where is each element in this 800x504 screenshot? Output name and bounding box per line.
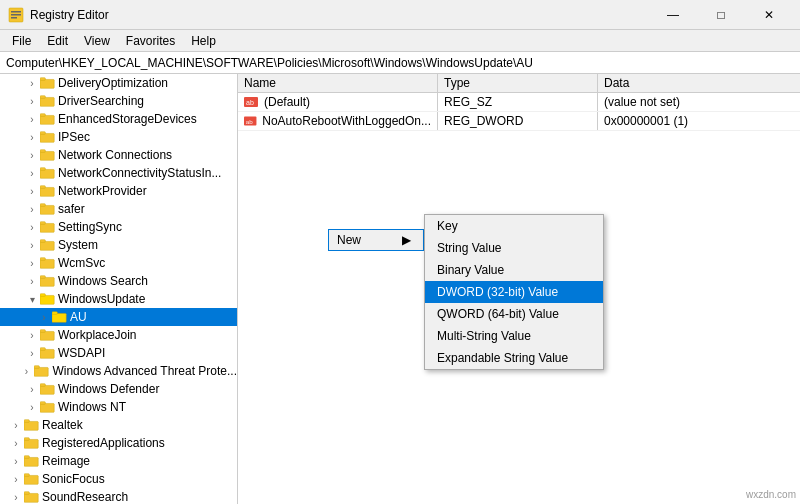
tree-item[interactable]: › safer (0, 200, 237, 218)
tree-item[interactable]: › RegisteredApplications (0, 434, 237, 452)
tree-label: DriverSearching (58, 94, 144, 108)
tree-item[interactable]: › Realtek (0, 416, 237, 434)
folder-icon (40, 256, 56, 270)
svg-rect-18 (40, 205, 54, 214)
app-title: Registry Editor (30, 8, 109, 22)
tree-item[interactable]: › SonicFocus (0, 470, 237, 488)
tree-collapse-arrow: › (24, 222, 40, 233)
tree-item[interactable]: › DriverSearching (0, 92, 237, 110)
value-name-cell: ab (Default) (238, 93, 438, 111)
tree-label: Realtek (42, 418, 83, 432)
svg-rect-10 (40, 133, 54, 142)
svg-rect-30 (52, 313, 66, 322)
menu-help[interactable]: Help (183, 32, 224, 50)
folder-icon (40, 184, 56, 198)
submenu-item[interactable]: Multi-String Value (425, 325, 603, 347)
svg-rect-50 (24, 493, 38, 502)
menu-view[interactable]: View (76, 32, 118, 50)
submenu-item[interactable]: Key (425, 215, 603, 237)
svg-rect-39 (40, 384, 45, 387)
folder-icon (52, 310, 68, 324)
table-row[interactable]: ab NoAutoRebootWithLoggedOn... REG_DWORD… (238, 112, 800, 131)
column-type: Type (438, 74, 598, 92)
tree-item[interactable]: › WcmSvc (0, 254, 237, 272)
tree-item[interactable]: › WSDAPI (0, 344, 237, 362)
tree-item[interactable]: › SettingSync (0, 218, 237, 236)
tree-label: SoundResearch (42, 490, 128, 504)
svg-rect-27 (40, 276, 45, 279)
tree-label: EnhancedStorageDevices (58, 112, 197, 126)
tree-collapse-arrow: › (24, 132, 40, 143)
tree-item[interactable]: › Windows NT (0, 398, 237, 416)
title-bar-left: Registry Editor (8, 7, 109, 23)
window-controls: — □ ✕ (650, 5, 792, 25)
close-button[interactable]: ✕ (746, 5, 792, 25)
tree-collapse-arrow: › (8, 456, 24, 467)
main-content: › DeliveryOptimization› DriverSearching›… (0, 74, 800, 504)
tree-collapse-arrow: › (24, 402, 40, 413)
folder-icon (40, 346, 56, 360)
folder-icon (40, 292, 56, 306)
context-submenu[interactable]: KeyString ValueBinary ValueDWORD (32-bit… (424, 214, 604, 370)
submenu-item[interactable]: String Value (425, 237, 603, 259)
menu-favorites[interactable]: Favorites (118, 32, 183, 50)
tree-label: NetworkConnectivityStatusIn... (58, 166, 221, 180)
svg-rect-24 (40, 259, 54, 268)
tree-collapse-arrow: › (24, 276, 40, 287)
tree-item[interactable]: › WorkplaceJoin (0, 326, 237, 344)
tree-label: Reimage (42, 454, 90, 468)
table-header: Name Type Data (238, 74, 800, 93)
svg-rect-37 (34, 366, 39, 369)
submenu-item[interactable]: Binary Value (425, 259, 603, 281)
tree-item[interactable]: › System (0, 236, 237, 254)
tree-item[interactable]: › NetworkConnectivityStatusIn... (0, 164, 237, 182)
tree-collapse-arrow: › (24, 204, 40, 215)
value-name: NoAutoRebootWithLoggedOn... (262, 114, 431, 128)
tree-item[interactable]: › Windows Advanced Threat Prote... (0, 362, 237, 380)
menu-file[interactable]: File (4, 32, 39, 50)
folder-icon (40, 382, 56, 396)
tree-item[interactable]: › Network Connections (0, 146, 237, 164)
tree-item[interactable]: › DeliveryOptimization (0, 74, 237, 92)
tree-item[interactable]: › IPSec (0, 128, 237, 146)
context-new-button[interactable]: New ▶ (328, 229, 424, 251)
watermark: wxzdn.com (746, 489, 796, 500)
folder-icon (40, 76, 56, 90)
svg-rect-35 (40, 348, 45, 351)
registry-values-panel: Name Type Data ab (Default) REG_SZ (valu… (238, 74, 800, 504)
maximize-button[interactable]: □ (698, 5, 744, 25)
folder-icon (40, 202, 56, 216)
svg-rect-4 (40, 79, 54, 88)
folder-icon (40, 220, 56, 234)
tree-item[interactable]: ▾ WindowsUpdate (0, 290, 237, 308)
folder-icon (40, 274, 56, 288)
svg-rect-43 (24, 420, 29, 423)
tree-item[interactable]: › AU (0, 308, 237, 326)
tree-item[interactable]: › Windows Defender (0, 380, 237, 398)
column-data: Data (598, 74, 800, 92)
tree-item[interactable]: › Windows Search (0, 272, 237, 290)
tree-item[interactable]: › EnhancedStorageDevices (0, 110, 237, 128)
tree-collapse-arrow: › (24, 150, 40, 161)
menu-edit[interactable]: Edit (39, 32, 76, 50)
value-name: (Default) (264, 95, 310, 109)
submenu-item[interactable]: Expandable String Value (425, 347, 603, 369)
tree-collapse-arrow: › (18, 366, 34, 377)
folder-icon (40, 148, 56, 162)
tree-label: RegisteredApplications (42, 436, 165, 450)
value-name-cell: ab NoAutoRebootWithLoggedOn... (238, 112, 438, 130)
svg-rect-2 (11, 14, 21, 16)
svg-rect-34 (40, 349, 54, 358)
tree-item[interactable]: › Reimage (0, 452, 237, 470)
svg-rect-29 (40, 294, 45, 297)
submenu-item[interactable]: QWORD (64-bit) Value (425, 303, 603, 325)
tree-item[interactable]: › SoundResearch (0, 488, 237, 504)
tree-item[interactable]: › NetworkProvider (0, 182, 237, 200)
table-row[interactable]: ab (Default) REG_SZ (value not set) (238, 93, 800, 112)
new-arrow: ▶ (402, 233, 411, 247)
value-type-cell: REG_SZ (438, 93, 598, 111)
submenu-item[interactable]: DWORD (32-bit) Value (425, 281, 603, 303)
registry-tree[interactable]: › DeliveryOptimization› DriverSearching›… (0, 74, 238, 504)
folder-icon (40, 400, 56, 414)
minimize-button[interactable]: — (650, 5, 696, 25)
